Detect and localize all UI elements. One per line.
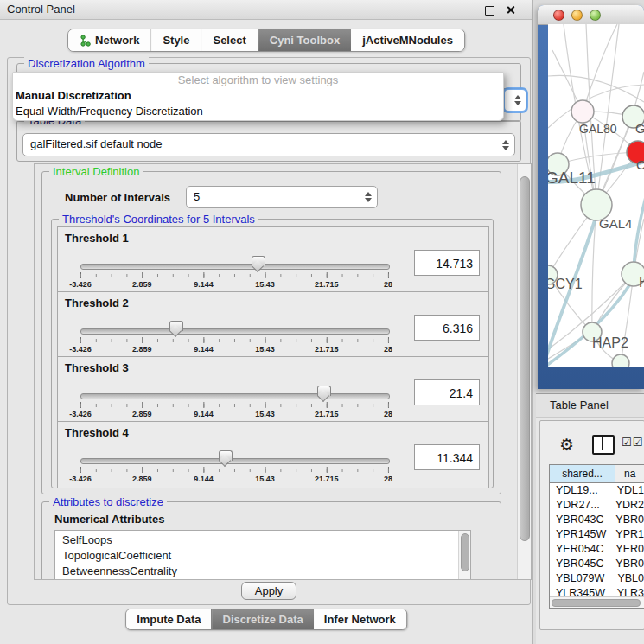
threshold-1-value-field[interactable]: 14.713 (414, 250, 480, 276)
tick-label: 15.43 (255, 475, 275, 483)
slider-track[interactable] (80, 264, 390, 270)
tab-impute-data[interactable]: Impute Data (126, 609, 211, 629)
list-item[interactable]: TopologicalCoefficient (55, 548, 470, 564)
apply-button[interactable]: Apply (241, 582, 296, 600)
column-header-shared-name[interactable]: shared... (550, 465, 615, 482)
close-traffic-light-icon[interactable] (553, 10, 564, 21)
table-row[interactable]: YBR043CYBR0 (550, 513, 644, 527)
float-window-icon[interactable] (485, 6, 494, 16)
column-header-name[interactable]: na (615, 465, 644, 482)
cell[interactable]: YBR0 (607, 557, 644, 571)
tab-jactivemnodules-label: jActiveMNodules (362, 34, 453, 47)
network-window-titlebar[interactable] (538, 5, 644, 25)
table-panel-titlebar: Table Panel (536, 393, 644, 418)
table-row[interactable]: YDL19...YDL1 (550, 483, 644, 498)
threshold-1-slider[interactable]: -3.426 2.859 9.144 15.43 21.715 28 (80, 255, 388, 291)
cell[interactable]: YBL079W (550, 571, 609, 586)
tab-style[interactable]: Style (150, 29, 201, 51)
node-attribute-table[interactable]: shared... na YDL19...YDL1 YDR27...YDR2 Y… (549, 464, 644, 609)
tab-cyni-toolbox-label: Cyni Toolbox (270, 34, 340, 47)
tab-discretize-data-label: Discretize Data (223, 613, 303, 626)
table-panel-body: ⚙ ☑☑ shared... na YDL19...YDL1 YDR27...Y… (539, 420, 644, 630)
threshold-4-value-field[interactable]: 11.344 (414, 444, 480, 470)
column-layout-icon[interactable] (592, 435, 615, 455)
zoom-traffic-light-icon[interactable] (590, 10, 601, 21)
threshold-2-box: Threshold 2 -3.426 2.859 9.144 (57, 291, 489, 359)
tab-infer-network[interactable]: Infer Network (314, 609, 406, 629)
table-panel: Table Panel ⚙ ☑☑ shared... na YDL19...YD… (536, 393, 644, 644)
slider-track[interactable] (80, 393, 390, 399)
tick-label: 28 (384, 475, 392, 483)
cell[interactable]: YER054C (550, 542, 607, 557)
table-row[interactable]: YBR045CYBR0 (550, 557, 644, 571)
slider-minor-ticks (80, 469, 390, 472)
threshold-4-slider-handle[interactable] (219, 450, 233, 461)
threshold-3-slider-handle[interactable] (317, 386, 331, 396)
attributes-legend: Attributes to discretize (49, 495, 167, 508)
cell[interactable]: YDL1 (609, 483, 644, 498)
table-data-combo[interactable]: galFiltered.sif default node (22, 133, 515, 156)
settings-vertical-scrollbar[interactable] (517, 164, 531, 579)
numerical-attributes-label: Numerical Attributes (54, 513, 164, 526)
tick-label: 21.715 (315, 475, 339, 483)
node-label-partial: H (639, 275, 644, 290)
threshold-3-slider[interactable]: -3.426 2.859 9.144 15.43 21.715 28 (80, 385, 388, 421)
tab-network[interactable]: Network (68, 29, 150, 51)
cell[interactable]: YPR145W (550, 527, 607, 542)
table-horizontal-scrollbar[interactable] (550, 596, 644, 608)
threshold-2-value-field[interactable]: 6.316 (414, 315, 480, 341)
tab-cyni-toolbox[interactable]: Cyni Toolbox (258, 29, 351, 51)
network-icon (80, 35, 91, 47)
tab-impute-data-label: Impute Data (137, 613, 201, 626)
list-item[interactable]: BetweennessCentrality (55, 564, 470, 579)
threshold-4-slider[interactable]: -3.426 2.859 9.144 15.43 21.715 28 (80, 450, 388, 486)
combo-spinner-icon (502, 140, 509, 150)
dropdown-placeholder-option[interactable]: Select algorithm to view settings (13, 73, 503, 88)
tab-discretize-data[interactable]: Discretize Data (212, 609, 314, 629)
cell[interactable]: YDL19... (550, 483, 609, 498)
gear-icon[interactable]: ⚙ (559, 433, 574, 456)
list-vertical-scrollbar[interactable] (458, 531, 470, 580)
table-row[interactable]: YBL079WYBL0 (550, 571, 644, 586)
tick-label: -3.426 (69, 475, 92, 483)
dropdown-option-manual-discretization[interactable]: Manual Discretization (13, 88, 503, 104)
close-icon[interactable] (506, 5, 515, 15)
cell[interactable]: YER0 (607, 542, 644, 557)
slider-track[interactable] (80, 328, 390, 335)
slider-tick-labels: -3.426 2.859 9.144 15.43 21.715 28 (80, 410, 388, 420)
numerical-attributes-list[interactable]: SelfLoops TopologicalCoefficient Between… (54, 530, 471, 580)
table-row[interactable]: YER054CYER0 (550, 542, 644, 557)
cell[interactable]: YPR1 (607, 527, 644, 542)
table-row[interactable]: YDR27...YDR2 (550, 498, 644, 513)
threshold-1-label: Threshold 1 (65, 232, 129, 245)
network-canvas[interactable]: GAL80 GA C GAL11 GAL4 GCY1 H HAP2 (548, 24, 644, 367)
cell[interactable]: YBR043C (550, 513, 607, 527)
network-node-bottom-partial[interactable] (612, 354, 629, 367)
threshold-3-value-field[interactable]: 21.4 (414, 379, 480, 405)
slider-minor-ticks (80, 339, 390, 342)
table-row[interactable]: YPR145WYPR1 (550, 527, 644, 542)
cell[interactable]: YDR2 (607, 498, 644, 513)
threshold-2-slider-handle[interactable] (169, 321, 183, 331)
tick-label: 9.144 (194, 345, 214, 354)
threshold-1-slider-handle[interactable] (252, 256, 265, 266)
threshold-2-slider[interactable]: -3.426 2.859 9.144 15.43 21.715 28 (80, 320, 388, 356)
cell[interactable]: YDR27... (550, 498, 607, 513)
list-item[interactable]: SelfLoops (55, 531, 470, 548)
scrollbar-thumb[interactable] (520, 176, 530, 541)
scrollbar-thumb[interactable] (461, 533, 469, 571)
tab-select[interactable]: Select (201, 29, 257, 51)
tick-label: 9.144 (194, 410, 214, 418)
number-of-intervals-combo[interactable]: 5 (186, 186, 378, 208)
tab-jactivemnodules[interactable]: jActiveMNodules (351, 29, 464, 51)
checkbox-select-icons[interactable]: ☑☑ (622, 436, 643, 449)
slider-track[interactable] (80, 458, 390, 464)
scrollbar-thumb[interactable] (552, 599, 641, 607)
cell[interactable]: YBR0 (607, 513, 644, 527)
minimize-traffic-light-icon[interactable] (571, 10, 583, 21)
cell[interactable]: YBL0 (609, 571, 644, 586)
slider-tick-labels: -3.426 2.859 9.144 15.43 21.715 28 (80, 345, 388, 355)
dropdown-option-equal-width-frequency[interactable]: Equal Width/Frequency Discretization (13, 104, 503, 119)
network-node-gal80[interactable] (571, 100, 594, 123)
cell[interactable]: YBR045C (550, 557, 607, 571)
